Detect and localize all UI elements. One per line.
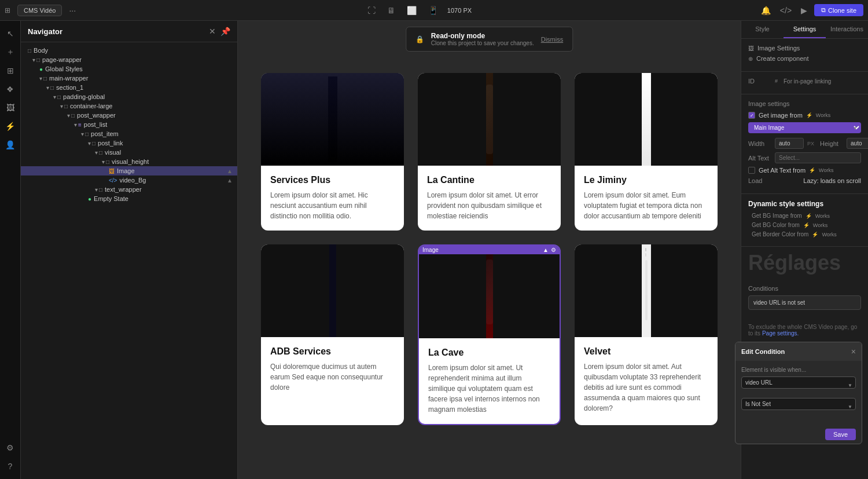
logic-icon[interactable]: ⚡ xyxy=(2,118,19,134)
create-component-link[interactable]: ⊕ Create component xyxy=(748,55,861,62)
tab-interactions[interactable]: Interactions xyxy=(826,21,868,38)
alt-text-input[interactable] xyxy=(775,152,861,163)
image-settings-link[interactable]: 🖼 Image Settings xyxy=(748,45,861,52)
arrow-icon-11: ▾ xyxy=(102,159,105,165)
reglages-label: Réglages xyxy=(748,253,861,273)
tree-item-post-wrapper[interactable]: ▾ □ post_wrapper xyxy=(21,111,237,120)
tree-item-section1[interactable]: ▾ □ section_1 xyxy=(21,83,237,92)
up-arrow-icon[interactable]: ▲ xyxy=(543,247,549,253)
panel-tabs: Style Settings Interactions xyxy=(741,21,868,39)
plus-icon[interactable]: ＋ xyxy=(2,44,19,60)
topbar: ⊞ CMS Vidéo ··· ⛶ 🖥 ⬜ 📱 1070 PX 🔔 </> ▶ … xyxy=(0,0,868,21)
collapse-icon[interactable]: ▲ xyxy=(227,168,233,174)
bg-image-label: Get BG Image from xyxy=(752,213,802,219)
tree-item-image[interactable]: 🖼 Image ▲ xyxy=(21,166,237,175)
readonly-title: Read-only mode xyxy=(431,32,534,40)
readonly-text-block: Read-only mode Clone this project to sav… xyxy=(431,32,534,46)
card-img-6 xyxy=(575,244,718,337)
cursor-icon[interactable]: ↖ xyxy=(2,25,19,42)
get-image-checkbox[interactable]: ✓ xyxy=(748,112,755,119)
play-icon[interactable]: ▶ xyxy=(799,3,810,17)
tab-settings[interactable]: Settings xyxy=(784,21,826,38)
tree-item-container-large[interactable]: ▾ □ container-large xyxy=(21,101,237,111)
more-icon[interactable]: ··· xyxy=(67,3,78,17)
tree-item-empty-state[interactable]: ● Empty State xyxy=(21,194,237,203)
get-alt-checkbox[interactable] xyxy=(748,167,755,174)
code-icon-2: </> xyxy=(109,177,117,184)
page-settings-link[interactable]: Page settings. xyxy=(762,330,799,337)
tree-item-padding-global[interactable]: ▾ □ padding-global xyxy=(21,92,237,101)
tree-item-video-bg[interactable]: </> video_Bg ▲ xyxy=(21,175,237,185)
save-condition-button[interactable]: Save xyxy=(825,429,856,440)
readonly-banner: 🔒 Read-only mode Clone this project to s… xyxy=(406,27,573,52)
tab-style[interactable]: Style xyxy=(741,21,784,38)
box-icon-9: □ xyxy=(92,140,95,147)
tree-item-text-wrapper[interactable]: ▾ □ text_wrapper xyxy=(21,185,237,194)
layout-icon[interactable]: ⊞ xyxy=(2,63,19,79)
main-image-select[interactable]: Main Image xyxy=(748,122,861,133)
box-icon-5: □ xyxy=(57,94,61,100)
settings-gear-icon[interactable]: ⚙ xyxy=(2,440,19,456)
assets-icon[interactable]: 🖼 xyxy=(2,100,19,116)
works-label-4: Works xyxy=(813,222,827,228)
users-icon[interactable]: 👤 xyxy=(2,137,19,153)
px-display: 1070 PX xyxy=(447,7,472,14)
width-input[interactable] xyxy=(775,138,804,149)
mobile-icon[interactable]: 📱 xyxy=(426,3,440,17)
condition-select[interactable]: Is Not Set Is Set Equals Not Equals xyxy=(741,398,856,410)
height-input[interactable] xyxy=(847,138,868,149)
dismiss-button[interactable]: Dismiss xyxy=(541,36,564,43)
card-title-2: La Cantine xyxy=(427,175,551,185)
help-icon[interactable]: ? xyxy=(2,458,19,474)
navigator-close-btn[interactable]: ✕ xyxy=(209,27,216,36)
id-icon: # xyxy=(775,78,778,84)
tree-item-post-list[interactable]: ▾ ≡ post_list xyxy=(21,120,237,129)
clone-button[interactable]: ⧉ Clone site xyxy=(814,4,863,16)
card-text-3: Lorem ipsum dolor sit amet. Eum voluptat… xyxy=(584,190,708,221)
edit-condition-popup: Edit Condition × Element is visible when… xyxy=(735,342,862,444)
field-select[interactable]: video URL title description xyxy=(741,376,856,389)
navigator-header: Navigator ✕ 📌 xyxy=(21,21,237,42)
arrow-icon-10: ▾ xyxy=(95,149,98,156)
tablet-icon[interactable]: ⬜ xyxy=(404,3,419,17)
canvas-area: 🔒 Read-only mode Clone this project to s… xyxy=(238,21,741,479)
collapse-icon-2[interactable]: ▲ xyxy=(227,177,233,184)
card-4: ADB Services Qui doloremque ducimus ut a… xyxy=(261,244,404,425)
border-color-label: Get Border Color from xyxy=(752,231,808,237)
panel-id-section: ID # For in-page linking xyxy=(741,72,868,94)
tree-item-main-wrapper[interactable]: ▾ □ main-wrapper xyxy=(21,74,237,83)
arrow-icon-5: ▾ xyxy=(60,103,63,109)
topbar-left: ⊞ CMS Vidéo ··· xyxy=(0,3,83,17)
box-icon-3: □ xyxy=(43,75,47,82)
components-icon[interactable]: ❖ xyxy=(2,81,19,97)
edit-condition-close-btn[interactable]: × xyxy=(851,347,856,356)
tree-item-visual[interactable]: ▾ □ visual xyxy=(21,148,237,157)
bell-icon[interactable]: 🔔 xyxy=(759,3,773,17)
cms-video-tab[interactable]: CMS Vidéo xyxy=(17,5,62,16)
tree-item-post-item[interactable]: ▾ □ post_item xyxy=(21,129,237,138)
tree-item-post-link[interactable]: ▾ □ post_link xyxy=(21,138,237,148)
load-label: Load xyxy=(748,177,762,184)
navigator-pin-btn[interactable]: 📌 xyxy=(220,27,230,36)
screen-mock-3 xyxy=(575,73,718,166)
card-text-5: Lorem ipsum dolor sit amet. Ut reprehend… xyxy=(428,363,550,415)
tree-item-body[interactable]: □ Body xyxy=(21,46,237,55)
tree-item-global-styles[interactable]: ● Global Styles xyxy=(21,64,237,74)
px-label-1: PX xyxy=(807,141,814,147)
lock-icon: 🔒 xyxy=(415,35,424,43)
works-label-5: Works xyxy=(822,232,836,237)
settings-icon-small[interactable]: ⚙ xyxy=(551,247,556,253)
tree-item-visual-height[interactable]: ▾ □ visual_height xyxy=(21,157,237,166)
code-icon[interactable]: </> xyxy=(778,3,794,17)
card-text-6: Lorem ipsum dolor sit amet. Aut quibusda… xyxy=(584,361,708,414)
arrow-icon-8: ▾ xyxy=(81,131,84,137)
panel-image-settings-section: Image settings ✓ Get image from ⚡ Works … xyxy=(741,94,868,194)
card-img-1 xyxy=(261,73,404,166)
fullscreen-icon[interactable]: ⛶ xyxy=(365,3,378,17)
card-img-4 xyxy=(261,244,404,337)
in-page-label: For in-page linking xyxy=(784,78,831,85)
bg-color-row: Get BG Color from ⚡ Works xyxy=(748,222,861,228)
card-grid: Services Plus Lorem ipsum dolor sit amet… xyxy=(261,73,718,425)
tree-item-page-wrapper[interactable]: ▾ □ page-wrapper xyxy=(21,55,237,64)
desktop-icon[interactable]: 🖥 xyxy=(385,3,398,17)
